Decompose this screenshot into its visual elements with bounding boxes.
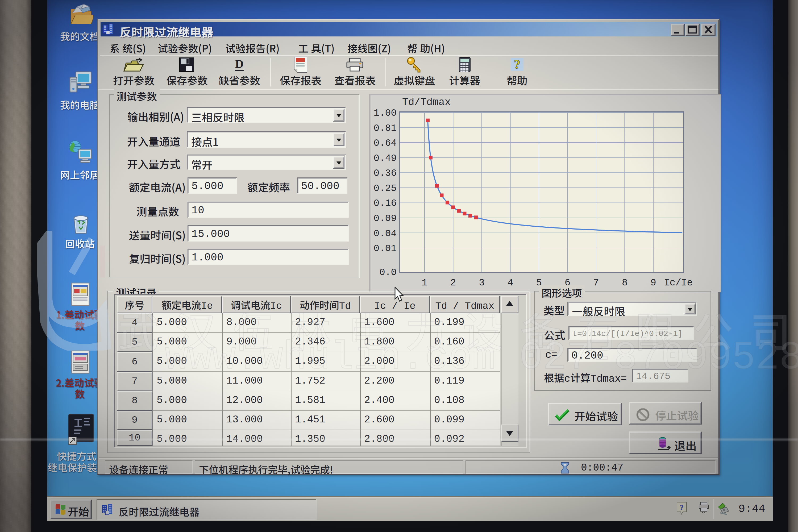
svg-text:1.00: 1.00 — [374, 108, 397, 119]
svg-text:0.36: 0.36 — [374, 168, 397, 179]
svg-text:0.0: 0.0 — [379, 267, 397, 278]
svg-text:1: 1 — [422, 278, 428, 288]
svg-text:Ic/Ie: Ic/Ie — [664, 278, 693, 288]
svg-text:0.64: 0.64 — [374, 138, 397, 149]
svg-text:7: 7 — [593, 278, 599, 288]
svg-text:2: 2 — [450, 278, 456, 288]
svg-text:0.49: 0.49 — [374, 153, 397, 164]
svg-text:0.81: 0.81 — [374, 123, 397, 134]
svg-text:3: 3 — [479, 278, 484, 288]
svg-text:Td/Tdmax: Td/Tdmax — [402, 97, 451, 108]
svg-text:?: ? — [680, 503, 684, 512]
svg-text:0.25: 0.25 — [374, 183, 397, 194]
svg-text:?: ? — [514, 57, 520, 71]
svg-text:9: 9 — [650, 278, 656, 288]
svg-text:0.16: 0.16 — [374, 198, 397, 209]
svg-text:8: 8 — [622, 278, 628, 288]
svg-text:4: 4 — [508, 278, 513, 288]
svg-text:0.09: 0.09 — [374, 213, 397, 224]
svg-text:0.01: 0.01 — [374, 243, 397, 254]
svg-text:0.04: 0.04 — [374, 228, 397, 239]
